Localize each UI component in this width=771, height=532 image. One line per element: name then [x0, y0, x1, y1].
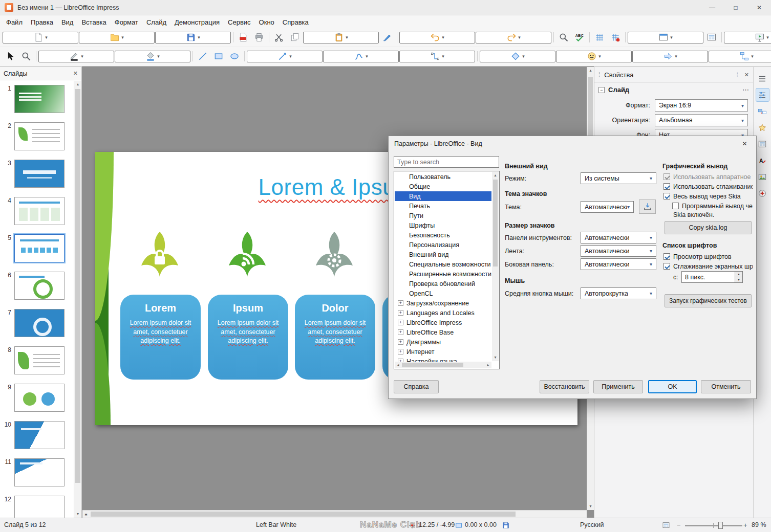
reset-button[interactable]: Восстановить [540, 380, 589, 393]
fit-slide-icon[interactable] [662, 521, 670, 529]
options-tree-item[interactable]: Вид [395, 191, 491, 201]
sidebar-settings-icon[interactable] [756, 72, 769, 85]
save-button[interactable] [155, 32, 231, 43]
flowchart-button[interactable] [709, 51, 771, 62]
master-slides-tab[interactable] [756, 137, 769, 151]
menu-item[interactable]: Слайд [142, 16, 170, 28]
options-tree-item[interactable]: Безопасность [395, 230, 491, 240]
select-button[interactable] [3, 49, 18, 63]
menu-item[interactable]: Сервис [224, 16, 255, 28]
menu-item[interactable]: Справка [279, 16, 313, 28]
options-tree-item[interactable]: Внешний вид [395, 250, 491, 259]
menu-item[interactable]: Формат [111, 16, 142, 28]
options-tree-item[interactable]: Пути [395, 211, 491, 220]
options-tree-item[interactable]: + Интернет [395, 347, 491, 357]
expander-icon[interactable]: + [398, 339, 403, 345]
panel-drag-handle[interactable]: ⁞ [598, 71, 600, 78]
options-tree-item[interactable]: OpenCL [395, 289, 491, 298]
minimize-button[interactable]: — [700, 0, 724, 15]
zoom-slider-thumb[interactable] [718, 522, 723, 529]
options-tree-item[interactable]: Специальные возможности [395, 259, 491, 269]
paste-button[interactable] [303, 32, 379, 43]
expander-icon[interactable]: + [398, 310, 403, 316]
properties-tab[interactable] [756, 88, 769, 102]
scroll-down-icon[interactable]: ▾ [587, 503, 594, 510]
styles-tab[interactable] [756, 153, 769, 167]
expander-icon[interactable]: + [398, 329, 403, 335]
menu-item[interactable]: Файл [2, 16, 27, 28]
curves-and-polygons-button[interactable] [323, 51, 399, 62]
checkbox-box[interactable] [672, 203, 679, 209]
content-card[interactable]: Ipsum Lorem ipsum dolor sit amet, consec… [208, 295, 288, 380]
icon-size-dropdown[interactable]: Автоматически [581, 232, 656, 243]
scroll-right-icon[interactable]: ▸ [82, 511, 90, 518]
cancel-button[interactable]: Отменить [701, 380, 751, 393]
spin-up-icon[interactable]: ▲ [735, 272, 742, 277]
checkbox[interactable]: Использовать аппаратное ускорение [663, 172, 753, 182]
basic-shapes-button[interactable] [480, 51, 555, 62]
options-tree-item[interactable]: Пользователь [395, 172, 491, 182]
icon-theme-extensions-button[interactable] [639, 199, 656, 214]
menu-item[interactable]: Окно [255, 16, 279, 28]
zoom-in-button[interactable]: + [743, 518, 747, 532]
fill-color-button[interactable] [115, 51, 190, 62]
undo-button[interactable] [399, 32, 475, 43]
slide-transition-tab[interactable] [756, 104, 769, 118]
slide-thumbnail[interactable]: 10 [0, 421, 74, 449]
spin-down-icon[interactable]: ▼ [735, 277, 742, 282]
options-tree-item[interactable]: Печать [395, 201, 491, 211]
leaf-rss-icon[interactable] [219, 230, 275, 281]
slides-scrollbar[interactable]: ▴ ▾ [74, 81, 81, 518]
connectors-button[interactable] [399, 51, 475, 62]
collapse-icon[interactable]: − [598, 87, 605, 93]
options-tree-item[interactable]: + LibreOffice Impress [395, 318, 491, 327]
checkbox-box[interactable] [663, 193, 670, 199]
insert-line-button[interactable] [195, 49, 210, 63]
options-tree-item[interactable]: Персонализация [395, 240, 491, 250]
save-status-icon[interactable] [502, 521, 510, 529]
line-color-button[interactable] [38, 51, 114, 62]
slide-thumbnail[interactable]: 9 [0, 384, 74, 412]
zoom-out-button[interactable]: − [677, 518, 681, 532]
rectangle-button[interactable] [211, 49, 226, 63]
options-tree-item[interactable]: Общие [395, 182, 491, 191]
expander-icon[interactable]: + [398, 349, 403, 354]
middle-mouse-dropdown[interactable]: Автопрокрутка [581, 287, 656, 299]
slide-thumbnail[interactable]: 11 [0, 458, 74, 486]
panel-close-icon[interactable]: ✕ [744, 72, 749, 78]
options-tree-item[interactable]: + Диаграммы [395, 337, 491, 347]
options-tree-item[interactable]: + Languages and Locales [395, 308, 491, 318]
master-slide-name[interactable]: Left Bar White [256, 518, 296, 532]
dialog-close-icon[interactable]: ✕ [733, 136, 756, 151]
options-search-input[interactable] [394, 156, 499, 168]
new-document-button[interactable] [3, 32, 78, 43]
language-status[interactable]: Русский [580, 518, 604, 532]
slide-thumbnail[interactable]: 7 [0, 309, 74, 337]
options-tree-item[interactable]: + Загрузка/сохранение [395, 298, 491, 308]
close-icon[interactable]: ✕ [73, 70, 78, 77]
slide-thumbnail[interactable]: 4 [0, 197, 74, 225]
close-button[interactable]: ✕ [747, 0, 771, 15]
scroll-down-icon[interactable]: ▾ [74, 511, 81, 518]
slide-thumbnail[interactable]: 8 [0, 346, 74, 374]
zoom-level[interactable]: 89 % [752, 518, 766, 532]
symbol-shapes-button[interactable] [556, 51, 632, 62]
canvas-horizontal-scrollbar[interactable]: ◂ ▸ [82, 510, 587, 518]
checkbox-box[interactable] [663, 253, 670, 260]
expander-icon[interactable]: + [398, 320, 403, 325]
menu-item[interactable]: Демонстрация [170, 16, 224, 28]
apply-button[interactable]: Применить [593, 380, 643, 393]
checkbox[interactable]: Весь вывод через Skia [663, 191, 753, 201]
scroll-up-icon[interactable]: ▴ [74, 81, 81, 88]
options-tree-item[interactable]: + LibreOffice Base [395, 327, 491, 337]
leaf-gear-icon[interactable] [306, 230, 362, 281]
menu-item[interactable]: Вид [57, 16, 78, 28]
copy-skia-log-button[interactable]: Copy skia.log [665, 221, 752, 234]
cut-button[interactable] [271, 30, 287, 45]
scroll-up-icon[interactable]: ▴ [587, 67, 594, 74]
property-dropdown[interactable]: Экран 16:9 [655, 99, 748, 112]
print-button[interactable] [251, 30, 267, 45]
block-arrows-button[interactable] [632, 51, 708, 62]
copy-button[interactable] [287, 30, 303, 45]
more-options-icon[interactable]: ⋯ [742, 86, 749, 94]
